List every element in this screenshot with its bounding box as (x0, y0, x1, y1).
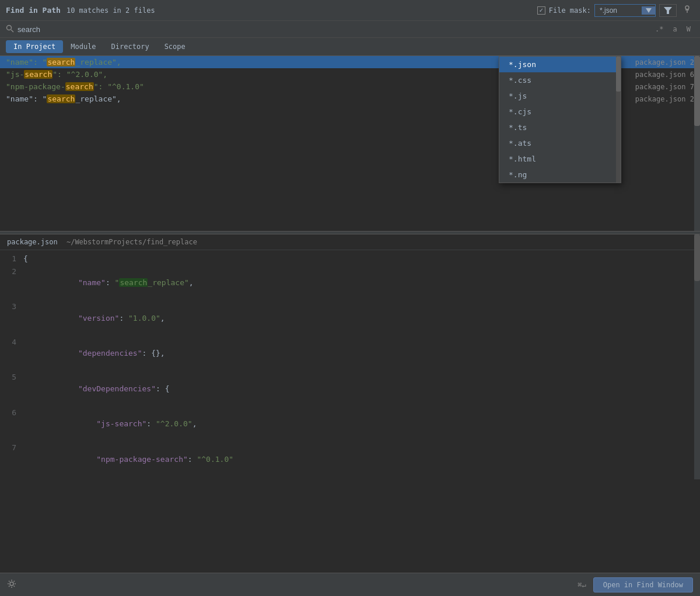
search-icon (6, 24, 14, 34)
code-line-3: 3 "version": "1.0.0", (0, 300, 700, 336)
magnifier-icon (6, 24, 14, 33)
header-row: Find in Path 10 matches in 2 files ✓ Fil… (0, 0, 700, 21)
search-options: .* a W (652, 24, 694, 34)
line-code: "js-search": "^2.0.0", (23, 407, 197, 441)
filter-icon (664, 6, 672, 15)
tabs-row: In Project Module Directory Scope (0, 38, 700, 55)
file-mask-dropdown: *.json *.css *.js *.cjs *.ts *.ats *.htm… (499, 56, 621, 183)
search-row: .* a W (0, 21, 700, 38)
results-panel: "name": "search_replace", package.json 2… (0, 56, 700, 231)
line-number: 4 (0, 336, 23, 348)
result-text-part: _replace", (75, 94, 121, 103)
whole-word-button[interactable]: W (683, 24, 694, 34)
dropdown-item-ts[interactable]: *.ts (499, 120, 621, 135)
scrollbar-thumb (694, 56, 700, 126)
result-location: package.json 7 (635, 83, 694, 91)
gear-icon (7, 579, 16, 588)
code-line-4: 4 "dependencies": {}, (0, 336, 700, 371)
result-location: package.json 2 (635, 95, 694, 103)
result-text-part: "name": " (6, 94, 47, 103)
search-highlight: search (24, 70, 52, 79)
bottom-bar: ⌘↵ Open in Find Window (0, 573, 700, 596)
result-location: package.json 6 (635, 71, 694, 79)
code-line-6: 6 "js-search": "^2.0.0", (0, 406, 700, 442)
code-line-7: 7 "npm-package-search": "^0.1.0" www.jav… (0, 441, 700, 466)
pin-button[interactable] (680, 3, 694, 17)
search-highlight: search (47, 58, 75, 66)
line-number: 6 (0, 407, 23, 419)
code-scrollbar[interactable] (694, 234, 700, 479)
code-file-path: ~/WebstormProjects/find_replace (66, 238, 197, 246)
result-text-part: ": "^2.0.0", (52, 70, 107, 79)
dropdown-item-ng[interactable]: *.ng (499, 167, 621, 183)
svg-line-6 (11, 30, 13, 32)
code-scrollbar-thumb (694, 234, 700, 281)
result-text-part: "js- (6, 70, 24, 79)
file-mask-input-wrapper (594, 4, 656, 17)
code-panel: package.json ~/WebstormProjects/find_rep… (0, 234, 700, 466)
file-mask-checkbox-wrapper[interactable]: ✓ (537, 6, 545, 15)
file-mask-checkbox[interactable]: ✓ (537, 6, 545, 15)
file-mask-input[interactable] (595, 5, 642, 16)
result-text-part: "npm-package- (6, 82, 65, 91)
result-text-part: ": "^0.1.0" (94, 82, 144, 91)
filter-button[interactable] (659, 4, 677, 17)
svg-point-7 (10, 582, 13, 586)
line-code: { (23, 253, 28, 265)
dropdown-item-cjs[interactable]: *.cjs (499, 104, 621, 120)
file-mask-dropdown-button[interactable] (642, 6, 655, 15)
regex-button[interactable]: .* (652, 24, 667, 34)
open-find-window-button[interactable]: Open in Find Window (593, 577, 693, 593)
code-header: package.json ~/WebstormProjects/find_rep… (0, 234, 700, 250)
line-code: "dependencies": {}, (23, 336, 165, 371)
line-code: "name": "search_replace", (23, 266, 194, 300)
dropdown-item-json[interactable]: *.json (499, 57, 621, 72)
result-text-part: "name": " (6, 58, 47, 66)
search-input[interactable] (18, 25, 648, 34)
tab-in-project[interactable]: In Project (6, 40, 63, 53)
line-number: 2 (0, 266, 23, 278)
svg-point-2 (685, 6, 689, 9)
svg-point-5 (7, 25, 12, 30)
result-text-part: _replace", (75, 58, 121, 66)
tab-module[interactable]: Module (63, 40, 103, 53)
pin-icon (683, 5, 691, 13)
line-number: 1 (0, 253, 23, 265)
panel-title: Find in Path (6, 6, 61, 15)
search-highlight: search (47, 94, 75, 103)
find-in-path-panel: Find in Path 10 matches in 2 files ✓ Fil… (0, 0, 700, 56)
line-number: 5 (0, 371, 23, 383)
code-file-name: package.json (7, 238, 58, 246)
case-sensitive-button[interactable]: a (670, 24, 681, 34)
file-mask-section: ✓ File mask: (537, 3, 694, 17)
settings-button[interactable] (7, 579, 16, 591)
line-code: "version": "1.0.0", (23, 301, 165, 335)
code-line-5: 5 "devDependencies": { (0, 371, 700, 406)
dropdown-item-js[interactable]: *.js (499, 88, 621, 104)
dropdown-item-html[interactable]: *.html (499, 151, 621, 167)
chevron-down-icon (646, 8, 652, 13)
line-code: "npm-package-search": "^0.1.0" www.javat… (23, 442, 233, 466)
result-location: package.json 2 (635, 58, 694, 66)
match-count: 10 matches in 2 files (66, 6, 155, 15)
tab-directory[interactable]: Directory (104, 40, 157, 53)
dropdown-item-ats[interactable]: *.ats (499, 135, 621, 151)
keyboard-shortcut: ⌘↵ (578, 581, 586, 589)
svg-marker-1 (664, 7, 672, 14)
code-line-1: 1 { (0, 253, 700, 265)
search-highlight: search (65, 82, 94, 91)
svg-marker-0 (646, 8, 652, 13)
dropdown-scrollbar[interactable] (616, 57, 621, 183)
code-content: 1 { 2 "name": "search_replace", 3 "versi… (0, 250, 700, 466)
tab-scope[interactable]: Scope (157, 40, 193, 53)
results-scrollbar[interactable] (694, 56, 700, 231)
line-number: 3 (0, 301, 23, 313)
line-number: 7 (0, 442, 23, 454)
file-mask-label: File mask: (549, 6, 591, 15)
code-line-2: 2 "name": "search_replace", (0, 265, 700, 301)
dropdown-item-css[interactable]: *.css (499, 72, 621, 88)
line-code: "devDependencies": { (23, 371, 169, 406)
dropdown-scroll-thumb (616, 57, 621, 92)
